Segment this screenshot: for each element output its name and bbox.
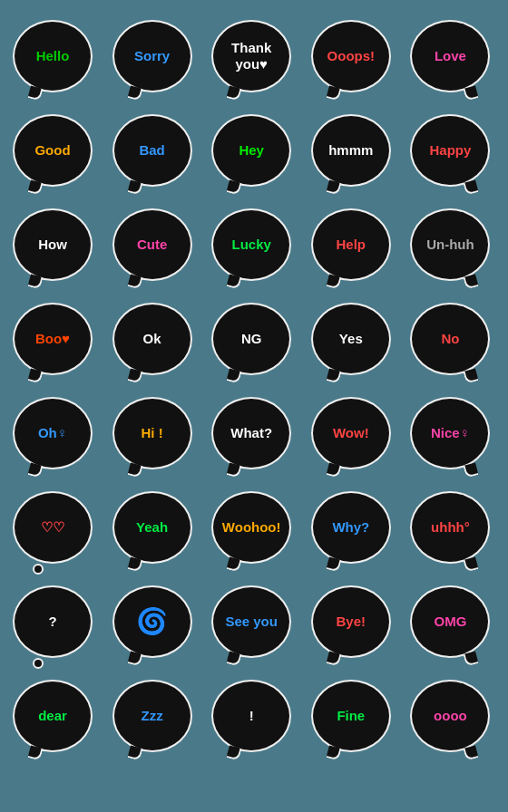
- sticker-item[interactable]: Fine: [308, 672, 395, 759]
- sticker-item[interactable]: Help: [308, 201, 395, 288]
- sticker-label: 🌀: [132, 603, 171, 641]
- sticker-label: OMG: [430, 610, 470, 633]
- sticker-item[interactable]: No: [406, 295, 493, 382]
- sticker-label: Why?: [328, 516, 373, 539]
- sticker-item[interactable]: Woohoo!: [208, 484, 295, 571]
- sticker-item[interactable]: ?: [9, 578, 96, 665]
- sticker-label: Boo♥: [32, 327, 73, 351]
- sticker-label: uhhh°: [427, 516, 474, 539]
- sticker-item[interactable]: uhhh°: [406, 484, 493, 571]
- sticker-item[interactable]: Cute: [109, 201, 196, 288]
- sticker-item[interactable]: Why?: [308, 484, 395, 571]
- sticker-item[interactable]: Thank you♥: [208, 13, 295, 100]
- sticker-label: Ok: [140, 327, 165, 351]
- sticker-label: See you: [221, 610, 281, 633]
- sticker-item[interactable]: Hi !: [109, 390, 196, 477]
- sticker-label: Help: [333, 233, 370, 256]
- sticker-item[interactable]: Wow!: [308, 390, 395, 477]
- sticker-label: Wow!: [329, 421, 373, 445]
- sticker-item[interactable]: See you: [208, 578, 295, 665]
- sticker-label: Hi !: [138, 421, 167, 445]
- sticker-label: hmmm: [325, 139, 376, 162]
- sticker-label: Thank you♥: [213, 36, 289, 76]
- sticker-label: Nice♀: [427, 421, 474, 445]
- sticker-label: Bye!: [333, 610, 370, 633]
- sticker-item[interactable]: ♡♡: [9, 484, 96, 571]
- sticker-item[interactable]: Love: [406, 13, 493, 100]
- sticker-label: Hello: [33, 44, 73, 68]
- sticker-label: Woohoo!: [219, 516, 285, 539]
- sticker-label: Oh♀: [34, 421, 71, 445]
- sticker-item[interactable]: Bye!: [308, 578, 395, 665]
- sticker-item[interactable]: OMG: [406, 578, 493, 665]
- sticker-item[interactable]: !: [208, 672, 295, 759]
- sticker-item[interactable]: How: [9, 201, 96, 288]
- sticker-label: What?: [227, 421, 276, 445]
- sticker-label: Yeah: [132, 516, 171, 539]
- sticker-item[interactable]: hmmm: [308, 107, 395, 194]
- sticker-label: dear: [34, 704, 71, 728]
- sticker-item[interactable]: 🌀: [109, 578, 196, 665]
- sticker-item[interactable]: oooo: [406, 672, 493, 759]
- sticker-grid: HelloSorryThank you♥Ooops!LoveGoodBadHey…: [0, 0, 508, 772]
- sticker-item[interactable]: Un-huh: [406, 201, 493, 288]
- sticker-item[interactable]: Nice♀: [406, 390, 493, 477]
- sticker-item[interactable]: Yes: [308, 295, 395, 382]
- sticker-label: ?: [44, 610, 60, 633]
- sticker-item[interactable]: Happy: [406, 107, 493, 194]
- sticker-item[interactable]: Ooops!: [308, 13, 395, 100]
- sticker-label: How: [34, 233, 71, 256]
- sticker-label: Fine: [333, 704, 368, 728]
- sticker-item[interactable]: dear: [9, 672, 96, 759]
- sticker-label: Lucky: [229, 233, 275, 256]
- sticker-label: Good: [31, 139, 73, 162]
- sticker-item[interactable]: Sorry: [109, 13, 196, 100]
- sticker-label: oooo: [430, 704, 471, 728]
- sticker-item[interactable]: Bad: [109, 107, 196, 194]
- sticker-label: No: [437, 327, 463, 351]
- sticker-item[interactable]: Ok: [109, 295, 196, 382]
- sticker-item[interactable]: Yeah: [109, 484, 196, 571]
- sticker-item[interactable]: Boo♥: [9, 295, 96, 382]
- sticker-label: Ooops!: [324, 44, 379, 68]
- sticker-label: Hey: [235, 139, 268, 162]
- sticker-item[interactable]: Oh♀: [9, 390, 96, 477]
- sticker-label: Un-huh: [423, 233, 477, 256]
- sticker-label: Yes: [336, 327, 366, 351]
- sticker-label: Happy: [425, 139, 474, 162]
- sticker-label: !: [246, 704, 258, 728]
- sticker-label: Cute: [133, 233, 171, 256]
- sticker-label: Sorry: [131, 44, 173, 68]
- sticker-item[interactable]: Zzz: [109, 672, 196, 759]
- sticker-item[interactable]: Lucky: [208, 201, 295, 288]
- sticker-item[interactable]: NG: [208, 295, 295, 382]
- sticker-label: Love: [431, 44, 470, 68]
- sticker-item[interactable]: Hey: [208, 107, 295, 194]
- sticker-item[interactable]: Good: [9, 107, 96, 194]
- sticker-label: Bad: [135, 139, 168, 162]
- sticker-label: Zzz: [138, 704, 167, 728]
- sticker-item[interactable]: Hello: [9, 13, 96, 100]
- sticker-label: NG: [238, 327, 266, 351]
- sticker-item[interactable]: What?: [208, 390, 295, 477]
- sticker-label: ♡♡: [37, 516, 68, 539]
